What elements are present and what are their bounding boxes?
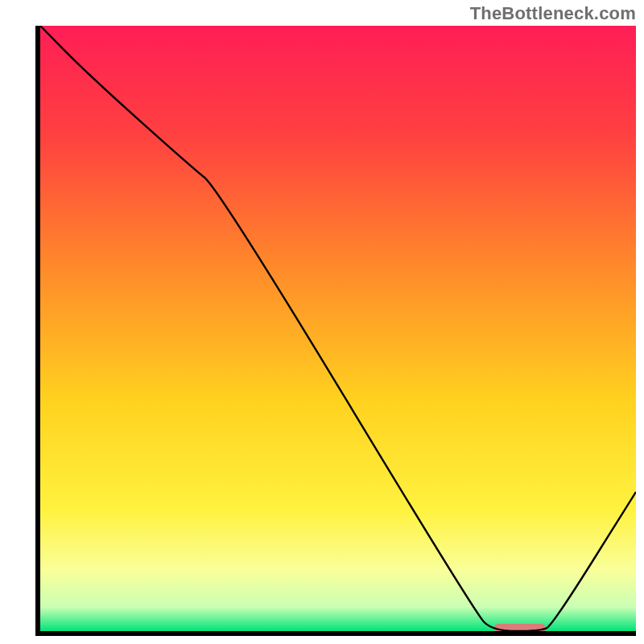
gradient-fill	[40, 26, 636, 631]
watermark-text: TheBottleneck.com	[470, 3, 636, 24]
plot-svg	[35, 26, 636, 636]
chart-canvas: TheBottleneck.com	[0, 0, 644, 644]
plot-area	[35, 26, 636, 636]
